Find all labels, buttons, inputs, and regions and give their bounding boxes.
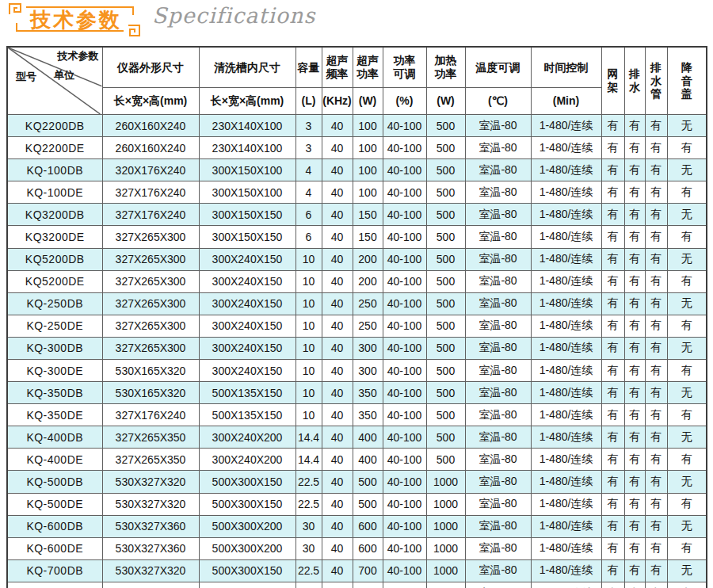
cell-noise-cover: 无 [667,515,707,537]
cell-model: KQ5200DB [7,248,102,270]
cell-drain-pipe: 有 [645,515,667,537]
cell-temp-adj: 室温-80 [465,270,531,292]
cell-us-power: 400 [353,449,383,471]
cell-model: KQ-500DE [7,493,102,515]
cell-time-ctrl: 1-480/连续 [531,159,601,181]
cell-outer-size: 530X327X360 [102,537,199,559]
cell-noise-cover: 无 [667,292,707,315]
cell-tank-size: 300X150X150 [199,204,295,226]
cell-power-adj: 40-100 [383,137,426,159]
cell-outer-size: 327X265X300 [102,270,199,292]
cell-rack: 有 [601,292,624,315]
table-row: KQ-300DB327X265X300300X240X150104030040-… [7,337,707,359]
cell-outer-size: 530X165X320 [102,360,199,382]
cell-us-power: 600 [353,537,383,559]
cell-capacity: 6 [295,226,322,248]
table-row: KQ-600DE530X327X360500X300X200304060040-… [7,537,707,559]
table-row: KQ2200DE260X160X240230X140X10034010040-1… [7,137,707,159]
cell-noise-cover: 有 [667,137,707,159]
cell-outer-size: 530X165X320 [102,382,199,404]
table-row: KQ-250DB327X265X300300X240X150104025040-… [7,292,707,315]
cell-noise-cover: 无 [667,114,707,136]
cell-heat-power: 1000 [426,582,465,588]
cell-tank-size: 500X135X150 [199,382,295,404]
table-row: KQ5200DE327X265X300300X240X150104020040-… [7,270,707,292]
cell-tank-size: 300X150X100 [199,159,295,181]
unit-us-power: (W) [353,88,383,115]
table-header: 技术参数 单位 型号 仪器外形尺寸 清洗槽内尺寸 容量 超声 频率 超声 功率 … [7,47,707,114]
cell-model: KQ-250DB [7,292,102,315]
cell-noise-cover: 无 [667,559,707,582]
corner-param-label: 技术参数 [58,50,99,63]
cell-capacity: 4 [295,181,322,204]
cell-drain: 有 [624,315,645,337]
cell-noise-cover: 有 [667,582,707,588]
cell-noise-cover: 有 [667,360,707,382]
unit-power-adj: (%) [383,88,426,115]
cell-time-ctrl: 1-480/连续 [531,449,601,471]
cell-drain-pipe: 有 [645,559,667,582]
cell-power-adj: 40-100 [383,337,426,359]
cell-model: KQ-100DB [7,159,102,181]
table-row: KQ-600DB530X327X360500X300X200304060040-… [7,515,707,537]
cell-drain-pipe: 有 [645,404,667,426]
cell-model: KQ-500DB [7,471,102,493]
cell-time-ctrl: 1-480/连续 [531,360,601,382]
cell-noise-cover: 无 [667,204,707,226]
col-header-time-ctrl: 时间控制 [531,47,601,88]
cell-frequency: 40 [322,426,353,449]
cell-time-ctrl: 1-480/连续 [531,248,601,270]
cell-frequency: 40 [322,559,353,582]
cell-rack: 有 [601,248,624,270]
cell-power-adj: 40-100 [383,226,426,248]
cell-frequency: 40 [322,270,353,292]
cell-tank-size: 500X300X150 [199,493,295,515]
cell-drain-pipe: 有 [645,270,667,292]
cell-rack: 有 [601,582,624,588]
cell-rack: 有 [601,471,624,493]
cell-power-adj: 40-100 [383,204,426,226]
cell-heat-power: 1000 [426,493,465,515]
cell-heat-power: 500 [426,226,465,248]
cell-capacity: 14.4 [295,426,322,449]
cell-time-ctrl: 1-480/连续 [531,226,601,248]
cell-temp-adj: 室温-80 [465,471,531,493]
unit-heat-power: (W) [426,88,465,115]
table-row: KQ-400DB327X265X350300X240X20014.4404004… [7,426,707,449]
cell-drain: 有 [624,204,645,226]
cell-us-power: 250 [353,292,383,315]
cell-frequency: 40 [322,360,353,382]
cell-drain: 有 [624,337,645,359]
page-title: 技术参数 [30,6,122,34]
cell-power-adj: 40-100 [383,449,426,471]
unit-frequency: (KHz) [322,88,353,115]
unit-temp-adj: (℃) [465,88,531,115]
cell-noise-cover: 有 [667,226,707,248]
cell-heat-power: 500 [426,204,465,226]
cell-us-power: 250 [353,315,383,337]
cell-capacity: 22.5 [295,559,322,582]
col-header-noise-cover: 降 音 盖 [667,47,707,114]
cell-tank-size: 300X240X200 [199,449,295,471]
cell-power-adj: 40-100 [383,270,426,292]
cell-drain-pipe: 有 [645,471,667,493]
cell-outer-size: 530X327X320 [102,559,199,582]
cell-noise-cover: 有 [667,537,707,559]
cell-temp-adj: 室温-80 [465,449,531,471]
table-row: KQ-500DB530X327X320500X300X15022.5405004… [7,471,707,493]
cell-model: KQ-300DE [7,360,102,382]
table-body: KQ2200DB260X160X240230X140X10034010040-1… [7,114,707,588]
table-row: KQ-500DE530X327X320500X300X15022.5405004… [7,493,707,515]
cell-tank-size: 300X150X150 [199,226,295,248]
cell-outer-size: 260X160X240 [102,114,199,136]
cell-us-power: 150 [353,204,383,226]
cell-tank-size: 300X240X150 [199,248,295,270]
cell-tank-size: 300X240X150 [199,337,295,359]
cell-model: KQ-600DE [7,537,102,559]
cell-capacity: 10 [295,292,322,315]
col-header-drain: 排 水 [624,47,645,114]
cell-outer-size: 327X265X300 [102,315,199,337]
cell-power-adj: 40-100 [383,426,426,449]
table-row: KQ-350DB530X165X320500X135X150104035040-… [7,382,707,404]
cell-drain: 有 [624,292,645,315]
